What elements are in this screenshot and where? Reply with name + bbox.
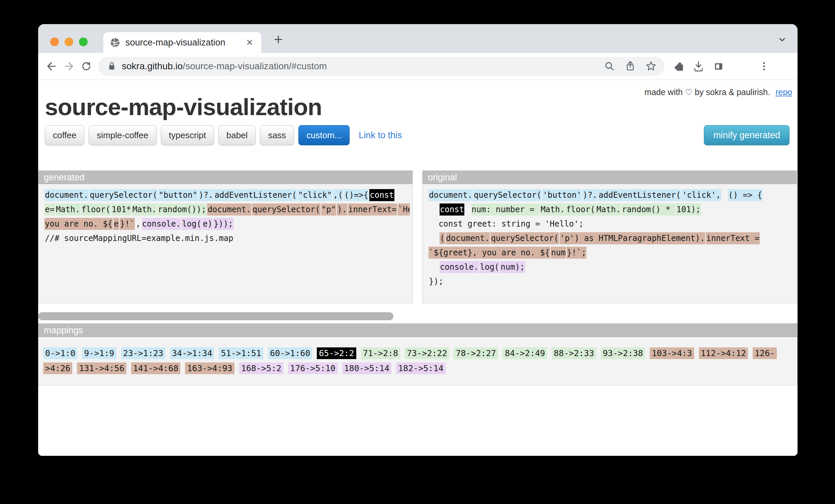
original-code-segment[interactable]: innerText = (706, 232, 760, 244)
original-code-segment[interactable]: querySelector( (490, 232, 559, 244)
generated-code-segment[interactable]: "p" (321, 203, 336, 216)
generated-code-segment[interactable]: random()); (158, 203, 207, 216)
original-code-segment[interactable]: 101); (676, 203, 701, 216)
profile-avatar[interactable] (735, 59, 750, 74)
mapping-chip[interactable]: 78->2:27 (454, 347, 498, 359)
original-code-segment[interactable]: `${greet}, you are no. ${ (429, 247, 550, 259)
original-code-segment[interactable]: Math. (540, 203, 565, 216)
original-code-segment[interactable]: Math. (596, 203, 621, 216)
mapping-chip[interactable]: 9->1:9 (82, 347, 116, 359)
mapping-chip[interactable]: 163->4:93 (185, 362, 234, 374)
generated-code-segment[interactable]: e) (202, 218, 213, 230)
generated-code-segment[interactable]: log( (182, 218, 202, 230)
mapping-chip[interactable]: >4:26 (43, 362, 72, 374)
forward-icon[interactable] (63, 60, 75, 72)
mapping-chip[interactable]: 103->4:3 (650, 347, 694, 359)
generated-code-segment[interactable]: document. (44, 189, 89, 201)
mapping-chip[interactable]: 182->5:14 (396, 362, 445, 374)
generated-code-segment[interactable]: querySelector( (252, 203, 320, 216)
generated-code-segment[interactable]: "click" (298, 189, 332, 201)
mapping-chip[interactable]: 112->4:12 (699, 347, 748, 359)
generated-code-segment[interactable]: })); (213, 218, 233, 230)
search-icon[interactable] (604, 60, 615, 72)
mapping-chip[interactable]: 65->2:2 (317, 347, 356, 359)
example-button-typescript[interactable]: typescript (161, 125, 214, 145)
generated-code-segment[interactable]: innerText= (348, 203, 397, 216)
generated-code-segment[interactable]: floor( (81, 203, 111, 216)
mapping-chip[interactable]: 0->1:0 (43, 347, 77, 359)
generated-code-segment[interactable]: 101* (111, 203, 131, 216)
generated-code-segment[interactable]: )?. (198, 189, 213, 201)
generated-code-segment[interactable]: e= (44, 203, 55, 216)
side-panel-icon[interactable] (713, 60, 725, 72)
mapping-chip[interactable]: 84->2:49 (503, 347, 547, 359)
example-button-sass[interactable]: sass (260, 125, 294, 145)
url-bar[interactable]: sokra.github.io/source-map-visualization… (98, 57, 665, 76)
original-code-segment[interactable]: document. (446, 232, 490, 244)
generated-code-segment[interactable]: console. (142, 218, 181, 230)
mapping-chip[interactable]: 93->2:38 (601, 347, 645, 359)
generated-code-segment[interactable]: you are no. ${ (44, 218, 113, 230)
generated-code-segment[interactable]: const (369, 189, 394, 201)
repo-link[interactable]: repo (775, 87, 792, 97)
original-code-segment[interactable]: querySelector( (473, 189, 542, 201)
original-code-segment[interactable]: document. (429, 189, 473, 201)
horizontal-scrollbar-thumb[interactable] (38, 312, 393, 320)
generated-code-segment[interactable]: `He (398, 203, 410, 216)
example-button-simple-coffee[interactable]: simple-coffee (89, 125, 156, 145)
original-code-segment[interactable]: () => { (728, 189, 762, 201)
window-zoom-button[interactable] (79, 38, 88, 46)
window-close-button[interactable] (50, 38, 59, 46)
original-code-segment[interactable]: 'button' (542, 189, 582, 201)
link-to-this[interactable]: Link to this (359, 130, 402, 141)
share-icon[interactable] (624, 60, 636, 72)
generated-code-segment[interactable]: }!` (120, 218, 135, 230)
generated-code-segment[interactable]: ()=>{ (344, 189, 369, 201)
generated-code-segment[interactable]: querySelector( (89, 189, 158, 201)
original-code-segment[interactable]: random() * (622, 203, 675, 216)
original-code-segment[interactable]: num); (500, 261, 525, 273)
mapping-chip[interactable]: 131->4:56 (77, 362, 126, 374)
example-button-coffee[interactable]: coffee (45, 125, 84, 145)
back-icon[interactable] (45, 60, 58, 72)
mapping-chip[interactable]: 176->5:10 (288, 362, 337, 374)
example-button-babel[interactable]: babel (219, 125, 256, 145)
original-code-segment[interactable]: ( (440, 232, 445, 244)
extensions-puzzle-icon[interactable] (672, 60, 685, 72)
generated-code-segment[interactable]: Math. (56, 203, 80, 216)
generated-code-segment[interactable]: Math. (132, 203, 157, 216)
original-code-segment[interactable]: 'click', (682, 189, 721, 201)
mapping-chip[interactable]: 23->1:23 (121, 347, 165, 359)
generated-code-segment[interactable]: document. (207, 203, 251, 216)
original-code-segment[interactable]: }!`; (567, 247, 587, 259)
tab-close-icon[interactable]: ✕ (245, 38, 254, 48)
mapping-chip[interactable]: 88->2:33 (552, 347, 596, 359)
mapping-chip[interactable]: 141->4:68 (131, 362, 180, 374)
original-code-segment[interactable]: addEventListener( (598, 189, 681, 201)
generated-code-segment[interactable]: ). (337, 203, 347, 216)
mapping-chip[interactable]: 168->5:2 (239, 362, 283, 374)
mapping-chip[interactable]: 60->1:60 (268, 347, 312, 359)
browser-tab[interactable]: source-map-visualization ✕ (103, 32, 261, 53)
generated-code-segment[interactable]: ,( (333, 189, 343, 201)
original-code-segment[interactable]: num: number = (471, 203, 539, 216)
original-code-segment[interactable]: floor( (566, 203, 595, 216)
new-tab-button[interactable] (272, 34, 284, 45)
mapping-chip[interactable]: 126- (753, 347, 777, 359)
original-code-segment[interactable]: console. (440, 261, 479, 273)
original-code-segment[interactable]: const (440, 203, 464, 216)
example-button-custom[interactable]: custom... (299, 125, 350, 145)
original-code-segment[interactable]: log( (480, 261, 500, 273)
mapping-chip[interactable]: 51->1:51 (219, 347, 263, 359)
original-code-segment[interactable]: )?. (583, 189, 597, 201)
mapping-chip[interactable]: 73->2:22 (405, 347, 449, 359)
generated-code-segment[interactable]: e (114, 218, 119, 230)
original-code-segment[interactable]: num (551, 247, 566, 259)
reload-icon[interactable] (80, 60, 92, 72)
menu-dots-icon[interactable] (758, 60, 770, 72)
mapping-chip[interactable]: 34->1:34 (170, 347, 214, 359)
original-code-segment[interactable]: 'p') as HTMLParagraphElement). (560, 232, 705, 244)
mapping-chip[interactable]: 180->5:14 (342, 362, 391, 374)
window-minimize-button[interactable] (65, 38, 73, 46)
download-icon[interactable] (692, 60, 705, 72)
